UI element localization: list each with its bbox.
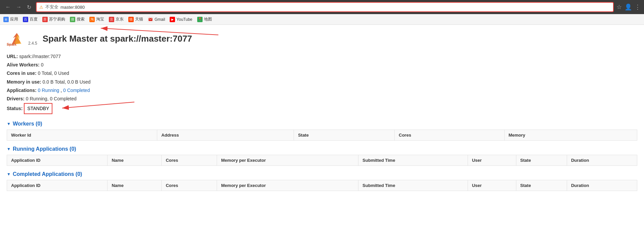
cores-row: Cores in use: 0 Total, 0 Used	[7, 69, 637, 78]
running-apps-header-row: Application ID Name Cores Memory per Exe…	[7, 155, 637, 166]
col-worker-id: Worker Id	[7, 130, 157, 141]
running-apps-section-header[interactable]: ▼ Running Applications (0)	[7, 146, 637, 152]
workers-table: Worker Id Address State Cores Memory	[7, 130, 637, 141]
url-label: URL:	[7, 54, 18, 59]
url-value: spark://master:7077	[19, 54, 61, 59]
completed-apps-chevron-icon: ▼	[7, 172, 11, 177]
bookmark-search-label: 搜索	[77, 16, 85, 22]
bookmark-baidu-label: 百度	[30, 16, 38, 22]
url-row: URL: spark://master:7077	[7, 52, 637, 61]
bookmark-search[interactable]: 搜 搜索	[70, 16, 85, 22]
menu-button[interactable]: ⋮	[635, 3, 641, 11]
browser-actions: ☆ 👤 ⋮	[616, 3, 641, 11]
refresh-button[interactable]: ↻	[25, 3, 33, 12]
address-text: master:8080	[60, 5, 610, 10]
tianmao-icon: 猫	[128, 17, 134, 22]
memory-row: Memory in use: 0.0 B Total, 0.0 B Used	[7, 78, 637, 86]
col-cores: Cores	[395, 130, 505, 141]
back-button[interactable]: ←	[3, 3, 13, 11]
memory-value: 0.0 B Total, 0.0 B Used	[43, 79, 91, 85]
bookmark-gmail[interactable]: Gmail	[148, 17, 165, 22]
col-cores-2: Cores	[162, 180, 217, 191]
bookmark-tianmao[interactable]: 猫 天猫	[128, 16, 143, 22]
drivers-row: Drivers: 0 Running, 0 Completed	[7, 95, 637, 103]
status-label: Status:	[7, 106, 23, 111]
svg-text:Spark: Spark	[7, 42, 16, 46]
col-state: State	[294, 130, 395, 141]
gmail-icon	[148, 17, 153, 22]
running-apps-table: Application ID Name Cores Memory per Exe…	[7, 155, 637, 166]
running-apps-chevron-icon: ▼	[7, 147, 11, 151]
baidu-icon: 百	[23, 17, 28, 22]
bookmark-suning[interactable]: 苏 苏宁易购	[42, 16, 65, 22]
col-submitted-time: Submitted Time	[358, 155, 468, 166]
col-duration-2: Duration	[567, 180, 637, 191]
cores-value: 0 Total, 0 Used	[38, 70, 69, 76]
bookmarks-bar: ⊞ 应用 百 百度 苏 苏宁易购 搜 搜索 淘 淘宝 京 京东 猫 天猫	[0, 14, 644, 25]
applications-row: Applications: 0 Running , 0 Completed	[7, 86, 637, 95]
running-apps-table-head: Application ID Name Cores Memory per Exe…	[7, 155, 637, 166]
completed-apps-table-head: Application ID Name Cores Memory per Exe…	[7, 180, 637, 191]
completed-apps-table: Application ID Name Cores Memory per Exe…	[7, 180, 637, 191]
drivers-label: Drivers:	[7, 96, 25, 101]
memory-label: Memory in use:	[7, 79, 41, 85]
bookmark-jingdong-label: 京东	[116, 16, 124, 22]
workers-label: Alive Workers:	[7, 62, 40, 67]
applications-label: Applications:	[7, 88, 37, 93]
completed-apps-header-row: Application ID Name Cores Memory per Exe…	[7, 180, 637, 191]
col-name-2: Name	[108, 180, 162, 191]
col-submitted-time-2: Submitted Time	[358, 180, 468, 191]
bookmark-apps[interactable]: ⊞ 应用	[3, 16, 18, 22]
warning-icon: ⚠	[39, 5, 43, 10]
bookmark-youtube[interactable]: ▶ YouTube	[170, 17, 192, 22]
col-cores: Cores	[162, 155, 217, 166]
col-name: Name	[108, 155, 162, 166]
col-memory-per-executor-2: Memory per Executor	[217, 180, 358, 191]
nav-buttons: ← → ↻	[3, 3, 33, 12]
completed-apps-section-title: Completed Applications (0)	[13, 171, 82, 177]
cores-label: Cores in use:	[7, 70, 37, 76]
maps-icon: 📍	[197, 17, 203, 22]
bookmark-jingdong[interactable]: 京 京东	[109, 16, 124, 22]
page-content: APACHE Spark 2.4.5 Spark Master at spark…	[0, 25, 644, 196]
address-bar[interactable]: ⚠ 不安全 master:8080	[36, 2, 614, 12]
star-button[interactable]: ☆	[616, 3, 622, 11]
workers-header-row: Worker Id Address State Cores Memory	[7, 130, 637, 141]
drivers-value: 0 Running, 0 Completed	[26, 96, 77, 101]
jingdong-icon: 京	[109, 17, 114, 22]
suning-icon: 苏	[42, 17, 48, 22]
col-memory: Memory	[504, 130, 637, 141]
bookmark-maps[interactable]: 📍 地图	[197, 16, 212, 22]
status-value: STANDBY	[24, 103, 52, 114]
bookmark-gmail-label: Gmail	[155, 17, 165, 22]
workers-value: 0	[41, 62, 44, 67]
spark-version: 2.4.5	[28, 41, 37, 46]
bookmark-taobao-label: 淘宝	[96, 16, 104, 22]
bookmark-baidu[interactable]: 百 百度	[23, 16, 38, 22]
workers-row: Alive Workers: 0	[7, 61, 637, 69]
status-row: Status: STANDBY	[7, 103, 637, 114]
youtube-icon: ▶	[170, 17, 175, 22]
completed-link[interactable]: 0 Completed	[63, 88, 90, 93]
bookmark-tianmao-label: 天猫	[135, 16, 143, 22]
col-state-2: State	[516, 180, 567, 191]
workers-section-header[interactable]: ▼ Workers (0)	[7, 121, 637, 127]
bookmark-apps-label: 应用	[10, 16, 18, 22]
security-warning: 不安全	[45, 4, 58, 10]
col-user-2: User	[468, 180, 516, 191]
completed-apps-section-header[interactable]: ▼ Completed Applications (0)	[7, 171, 637, 177]
search-icon: 搜	[70, 17, 75, 22]
spark-logo-svg: APACHE Spark	[7, 30, 27, 47]
col-address: Address	[157, 130, 294, 141]
col-app-id-2: Application ID	[7, 180, 108, 191]
account-button[interactable]: 👤	[625, 3, 632, 11]
bookmark-taobao[interactable]: 淘 淘宝	[89, 16, 104, 22]
col-state: State	[516, 155, 567, 166]
running-link[interactable]: 0 Running	[38, 88, 59, 93]
workers-chevron-icon: ▼	[7, 122, 11, 126]
forward-button[interactable]: →	[14, 3, 24, 11]
browser-chrome: ← → ↻ ⚠ 不安全 master:8080 ☆ 👤 ⋮	[0, 0, 644, 14]
taobao-icon: 淘	[89, 17, 95, 22]
apps-icon: ⊞	[3, 17, 9, 22]
bookmark-suning-label: 苏宁易购	[49, 16, 65, 22]
